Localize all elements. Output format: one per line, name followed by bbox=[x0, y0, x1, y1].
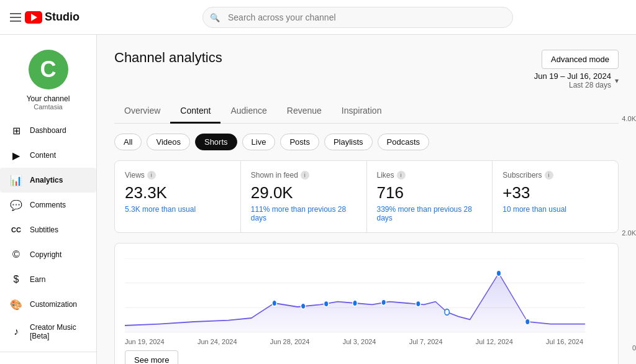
sidebar-item-label: Content bbox=[30, 151, 56, 160]
stat-subscribers-compare: 10 more than usual bbox=[502, 205, 608, 214]
stat-likes-value: 716 bbox=[377, 183, 483, 202]
topbar: Studio 🔍 bbox=[0, 0, 636, 35]
comments-icon: 💬 bbox=[10, 199, 22, 211]
search-input[interactable] bbox=[202, 7, 513, 28]
x-label-2: Jun 24, 2024 bbox=[198, 338, 237, 345]
sidebar-item-label: Copyright bbox=[30, 250, 61, 259]
page-header: Channel analytics Advanced mode Jun 19 –… bbox=[114, 50, 619, 89]
stat-likes-compare: 339% more than previous 28 days bbox=[377, 205, 483, 222]
sidebar-item-label: Analytics bbox=[30, 176, 63, 184]
sidebar-item-label: Earn bbox=[30, 275, 45, 284]
x-label-5: Jul 7, 2024 bbox=[409, 338, 443, 345]
tab-overview[interactable]: Overview bbox=[114, 99, 170, 124]
main-content: Channel analytics Advanced mode Jun 19 –… bbox=[97, 35, 636, 364]
sidebar-item-label: Creator Music [Beta] bbox=[30, 323, 86, 340]
advanced-mode-button[interactable]: Advanced mode bbox=[542, 50, 619, 69]
sidebar-item-subtitles[interactable]: CC Subtitles bbox=[0, 217, 96, 242]
sidebar-item-customization[interactable]: 🎨 Customization bbox=[0, 292, 96, 317]
tab-audience[interactable]: Audience bbox=[220, 99, 276, 124]
subtitles-icon: CC bbox=[10, 224, 22, 236]
filter-row: All Videos Shorts Live Posts Playlists P… bbox=[114, 134, 619, 150]
svg-point-10 bbox=[445, 309, 449, 316]
youtube-logo: Studio bbox=[25, 11, 80, 24]
search-icon: 🔍 bbox=[210, 12, 220, 22]
y-label-2: 4.0K bbox=[614, 115, 636, 122]
chart-svg bbox=[125, 258, 608, 333]
sidebar-item-label: Dashboard bbox=[30, 126, 66, 135]
tab-revenue[interactable]: Revenue bbox=[277, 99, 332, 124]
tab-content[interactable]: Content bbox=[170, 99, 220, 124]
filter-posts[interactable]: Posts bbox=[280, 134, 319, 150]
stat-likes-label: Likes i bbox=[377, 171, 483, 180]
sidebar-item-comments[interactable]: 💬 Comments bbox=[0, 193, 96, 217]
svg-point-4 bbox=[272, 300, 276, 306]
svg-point-7 bbox=[353, 300, 357, 306]
yt-icon bbox=[25, 11, 42, 24]
stat-likes: Likes i 716 339% more than previous 28 d… bbox=[367, 161, 493, 232]
channel-info: C Your channel Camtasia bbox=[0, 40, 96, 118]
sidebar-item-analytics[interactable]: 📊 Analytics bbox=[0, 168, 96, 193]
info-icon-likes[interactable]: i bbox=[397, 171, 406, 180]
stat-views-value: 23.3K bbox=[125, 183, 230, 202]
channel-handle: Camtasia bbox=[34, 103, 62, 111]
sidebar-item-label: Subtitles bbox=[30, 225, 58, 234]
chart-x-labels: Jun 19, 2024 Jun 24, 2024 Jun 28, 2024 J… bbox=[125, 338, 608, 345]
copyright-icon: © bbox=[10, 248, 22, 261]
svg-point-8 bbox=[381, 299, 386, 306]
search-bar: 🔍 bbox=[202, 7, 513, 28]
stat-feed-label: Shown in feed i bbox=[251, 171, 357, 180]
svg-point-9 bbox=[416, 301, 420, 307]
info-icon-subs[interactable]: i bbox=[545, 171, 553, 180]
svg-point-6 bbox=[324, 301, 328, 307]
y-label-4: 0 bbox=[614, 344, 636, 352]
filter-videos[interactable]: Videos bbox=[147, 134, 190, 150]
stat-views: Views i 23.3K 5.3K more than usual bbox=[115, 161, 240, 232]
stat-views-label: Views i bbox=[125, 171, 230, 180]
x-label-6: Jul 12, 2024 bbox=[476, 338, 513, 345]
filter-live[interactable]: Live bbox=[242, 134, 276, 150]
svg-point-12 bbox=[525, 319, 530, 325]
hamburger-menu[interactable] bbox=[10, 13, 21, 22]
chart-y-labels: 6.0K 4.0K 2.0K 0 bbox=[614, 35, 636, 352]
earn-icon: $ bbox=[10, 273, 22, 286]
sidebar-item-settings[interactable]: ⚙ Settings bbox=[0, 357, 96, 364]
sidebar-item-content[interactable]: ▶ Content bbox=[0, 143, 96, 168]
filter-playlists[interactable]: Playlists bbox=[324, 134, 373, 150]
avatar: C bbox=[29, 50, 68, 89]
customization-icon: 🎨 bbox=[10, 298, 22, 311]
x-label-7: Jul 16, 2024 bbox=[546, 338, 583, 345]
y-label-3: 2.0K bbox=[614, 229, 636, 237]
date-range-value: Jun 19 – Jul 16, 2024 bbox=[534, 71, 611, 81]
x-label-4: Jul 3, 2024 bbox=[343, 338, 376, 345]
stat-subscribers-value: +33 bbox=[502, 183, 608, 202]
content-icon: ▶ bbox=[10, 149, 22, 162]
date-range-sub: Last 28 days bbox=[534, 81, 611, 89]
chart-area bbox=[125, 258, 608, 333]
stat-subscribers: Subscribers i +33 10 more than usual bbox=[493, 161, 618, 232]
x-label-1: Jun 19, 2024 bbox=[125, 338, 165, 345]
tab-inspiration[interactable]: Inspiration bbox=[332, 99, 392, 124]
sidebar-item-earn[interactable]: $ Earn bbox=[0, 267, 96, 292]
sidebar-item-copyright[interactable]: © Copyright bbox=[0, 242, 96, 267]
sidebar-item-dashboard[interactable]: ⊞ Dashboard bbox=[0, 118, 96, 143]
sidebar: C Your channel Camtasia ⊞ Dashboard ▶ Co… bbox=[0, 35, 97, 364]
info-icon-views[interactable]: i bbox=[147, 171, 156, 180]
sidebar-item-label: Customization bbox=[30, 300, 77, 309]
see-more-chart-button[interactable]: See more bbox=[125, 350, 178, 364]
filter-shorts[interactable]: Shorts bbox=[195, 134, 237, 150]
date-range[interactable]: Jun 19 – Jul 16, 2024 Last 28 days ▾ bbox=[534, 71, 619, 89]
channel-name: Your channel bbox=[27, 94, 70, 103]
topbar-logo: Studio bbox=[10, 11, 80, 24]
sidebar-item-creator-music[interactable]: ♪ Creator Music [Beta] bbox=[0, 317, 96, 347]
stat-views-compare: 5.3K more than usual bbox=[125, 205, 230, 214]
music-icon: ♪ bbox=[10, 325, 22, 338]
filter-all[interactable]: All bbox=[114, 134, 142, 150]
stat-feed: Shown in feed i 29.0K 111% more than pre… bbox=[241, 161, 366, 232]
sidebar-item-label: Comments bbox=[30, 201, 66, 209]
dashboard-icon: ⊞ bbox=[10, 124, 22, 137]
filter-podcasts[interactable]: Podcasts bbox=[378, 134, 429, 150]
stat-feed-value: 29.0K bbox=[251, 183, 357, 202]
info-icon-feed[interactable]: i bbox=[301, 171, 309, 180]
x-label-3: Jun 28, 2024 bbox=[270, 338, 310, 345]
studio-text: Studio bbox=[45, 11, 80, 24]
